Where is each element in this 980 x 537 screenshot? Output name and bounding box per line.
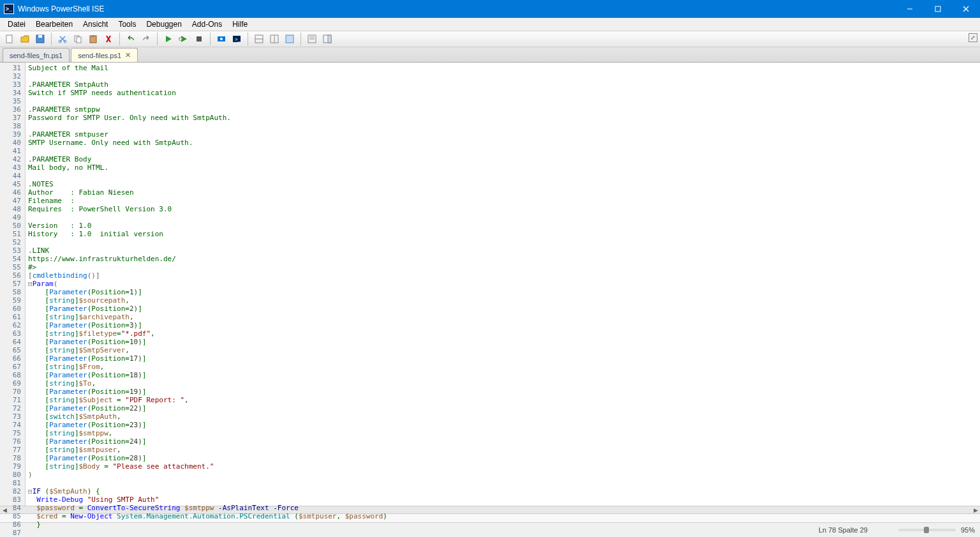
menu-hilfe[interactable]: Hilfe	[227, 19, 253, 30]
open-button[interactable]	[18, 32, 32, 46]
menu-ansicht[interactable]: Ansicht	[78, 19, 113, 30]
svg-rect-1	[935, 6, 940, 11]
menu-addons[interactable]: Add-Ons	[187, 19, 227, 30]
svg-rect-10	[77, 37, 81, 43]
toolbar-separator	[301, 33, 301, 45]
svg-rect-4	[6, 35, 12, 43]
svg-rect-6	[38, 35, 42, 38]
show-command-addon-button[interactable]	[320, 32, 334, 46]
paste-button[interactable]	[86, 32, 100, 46]
toolbar-separator	[248, 33, 248, 45]
menu-tools[interactable]: Tools	[113, 19, 141, 30]
run-button[interactable]	[161, 32, 175, 46]
svg-rect-23	[286, 35, 293, 43]
copy-button[interactable]	[71, 32, 85, 46]
close-button[interactable]	[952, 0, 980, 18]
new-button[interactable]	[3, 32, 17, 46]
window-title: Windows PowerShell ISE	[18, 4, 104, 13]
editor[interactable]: 3132333435363738394041424344454647484950…	[0, 63, 980, 506]
svg-rect-13	[179, 38, 182, 40]
save-button[interactable]	[33, 32, 47, 46]
new-remote-button[interactable]	[214, 32, 228, 46]
toolbar-separator	[119, 33, 120, 45]
show-command-button[interactable]	[305, 32, 319, 46]
tab-label: send-files_fn.ps1	[10, 52, 63, 59]
start-powershell-button[interactable]: >_	[230, 32, 244, 46]
svg-text:>_: >_	[235, 36, 241, 42]
minimize-button[interactable]	[896, 0, 924, 18]
window-controls	[896, 0, 980, 18]
tab-send-files[interactable]: send-files.ps1 ✕	[71, 48, 138, 62]
tab-send-files-fn[interactable]: send-files_fn.ps1	[3, 48, 70, 62]
stop-button[interactable]	[192, 32, 206, 46]
show-script-button[interactable]	[252, 32, 266, 46]
cut-button[interactable]	[56, 32, 70, 46]
app-icon: >_	[4, 4, 14, 14]
tab-label: send-files.ps1	[78, 52, 121, 59]
titlebar: >_ Windows PowerShell ISE	[0, 0, 980, 18]
clear-button[interactable]	[101, 32, 115, 46]
undo-button[interactable]	[124, 32, 138, 46]
svg-rect-28	[328, 35, 331, 43]
show-script-max-button[interactable]	[283, 32, 297, 46]
restore-panel-button[interactable]: ⤢	[969, 33, 977, 42]
redo-button[interactable]	[139, 32, 153, 46]
toolbar-separator	[210, 33, 211, 45]
menu-bearbeiten[interactable]: Bearbeiten	[31, 19, 78, 30]
run-selection-button[interactable]	[177, 32, 191, 46]
tab-close-icon[interactable]: ✕	[125, 51, 131, 59]
line-number-gutter: 3132333435363738394041424344454647484950…	[0, 63, 26, 506]
menu-datei[interactable]: Datei	[3, 19, 31, 30]
toolbar-separator	[51, 33, 52, 45]
svg-rect-12	[92, 35, 94, 37]
svg-rect-14	[197, 36, 202, 42]
svg-point-16	[220, 38, 223, 40]
show-script-right-button[interactable]	[267, 32, 281, 46]
toolbar: >_	[0, 31, 980, 47]
menu-debuggen[interactable]: Debuggen	[141, 19, 186, 30]
menubar: Datei Bearbeiten Ansicht Tools Debuggen …	[0, 18, 980, 31]
code-area[interactable]: Subject of the Mail.PARAMETER SmtpAuthSw…	[26, 63, 980, 506]
zoom-slider[interactable]	[898, 529, 956, 531]
tabstrip: send-files_fn.ps1 send-files.ps1 ✕	[0, 47, 980, 63]
toolbar-separator	[157, 33, 158, 45]
maximize-button[interactable]	[924, 0, 952, 18]
